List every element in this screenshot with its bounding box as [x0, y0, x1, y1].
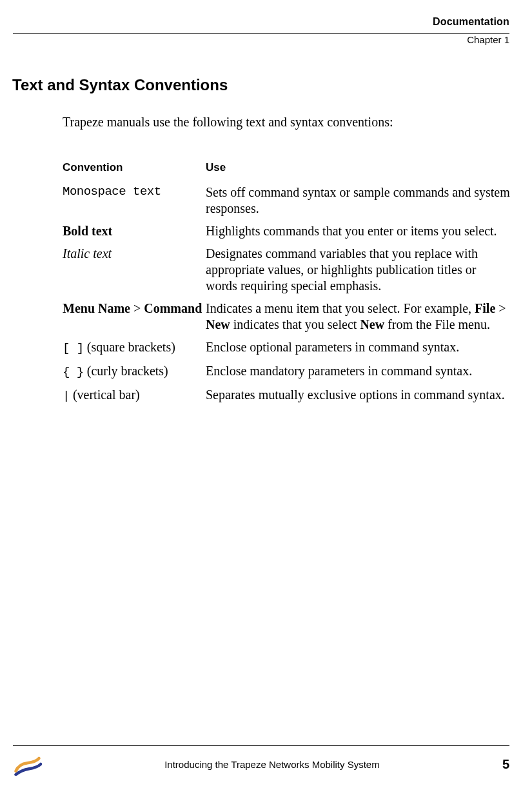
use-cell: Sets off command syntax or sample comman…	[206, 184, 510, 217]
footer-text: Introducing the Trapeze Networks Mobilit…	[42, 759, 502, 770]
convention-cell: [ ] (square brackets)	[63, 339, 206, 357]
convention-cell: Bold text	[63, 223, 206, 239]
intro-text: Trapeze manuals use the following text a…	[63, 115, 393, 130]
table-header-row: Convention Use	[63, 161, 510, 174]
table-row: Menu Name > Command Indicates a menu ite…	[63, 300, 510, 333]
convention-cell: Menu Name > Command	[63, 300, 206, 333]
page-header: Documentation Chapter 1	[433, 16, 509, 45]
use-cell: Enclose optional parameters in command s…	[206, 339, 510, 357]
chapter-label: Chapter 1	[433, 34, 509, 45]
table-row: Italic text Designates command variables…	[63, 246, 510, 294]
header-title: Documentation	[433, 16, 509, 28]
use-cell: Indicates a menu item that you select. F…	[206, 300, 510, 333]
use-cell: Enclose mandatory parameters in command …	[206, 363, 510, 380]
table-row: Bold text Highlights commands that you e…	[63, 223, 510, 239]
convention-cell: | (vertical bar)	[63, 387, 206, 404]
use-cell: Highlights commands that you enter or it…	[206, 223, 510, 239]
convention-cell: Monospace text	[63, 184, 206, 217]
trapeze-logo-icon	[13, 753, 42, 776]
footer-rule	[13, 745, 509, 746]
use-cell: Separates mutually exclusive options in …	[206, 387, 510, 404]
conventions-table: Convention Use Monospace text Sets off c…	[63, 161, 510, 410]
section-title: Text and Syntax Conventions	[12, 76, 228, 94]
page-footer: Introducing the Trapeze Networks Mobilit…	[0, 745, 532, 778]
use-cell: Designates command variables that you re…	[206, 246, 510, 294]
convention-cell: Italic text	[63, 246, 206, 294]
header-rule	[13, 33, 509, 34]
header-use: Use	[206, 161, 510, 174]
footer-content: Introducing the Trapeze Networks Mobilit…	[0, 753, 532, 776]
table-row: [ ] (square brackets) Enclose optional p…	[63, 339, 510, 357]
table-row: Monospace text Sets off command syntax o…	[63, 184, 510, 217]
table-row: { } (curly brackets) Enclose mandatory p…	[63, 363, 510, 380]
page-number: 5	[502, 757, 509, 772]
table-row: | (vertical bar) Separates mutually excl…	[63, 387, 510, 404]
header-convention: Convention	[63, 161, 206, 174]
convention-cell: { } (curly brackets)	[63, 363, 206, 380]
